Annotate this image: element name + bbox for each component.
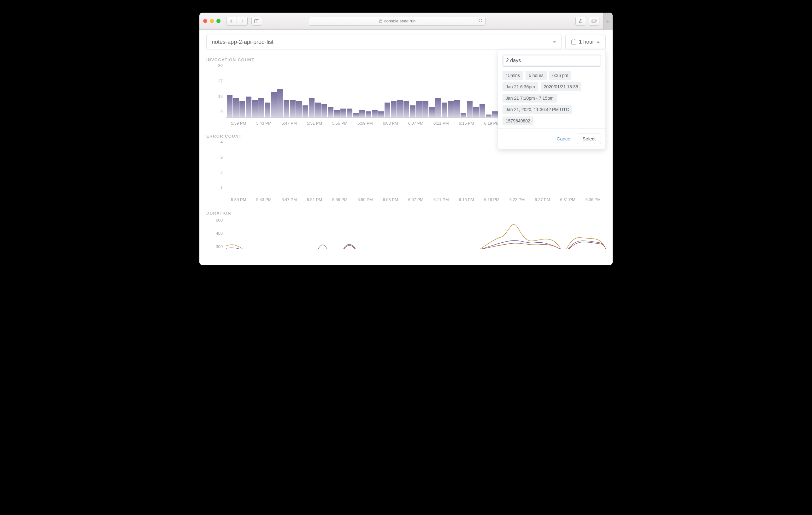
y-tick: 27: [218, 78, 223, 83]
traffic-lights: [203, 19, 221, 23]
bar: [410, 106, 415, 117]
new-tab-button[interactable]: [603, 12, 613, 30]
reload-button[interactable]: [478, 18, 483, 24]
bar: [258, 98, 264, 117]
maximize-window-icon[interactable]: [216, 19, 221, 23]
bar: [246, 96, 252, 117]
bar: [366, 111, 371, 117]
bar: [473, 107, 479, 117]
tabs-button[interactable]: [589, 17, 599, 26]
time-range-selector[interactable]: 1 hour: [565, 34, 606, 50]
timerange-chip[interactable]: 6:36 pm: [549, 71, 572, 80]
timerange-chip[interactable]: Jan 21 6:36pm: [502, 82, 538, 91]
timerange-popover: 15mins5 hours6:36 pmJan 21 6:36pm2020/01…: [498, 50, 606, 149]
error-chart: 4 3 2 1 5:39 PM5:43 PM5:47 PM5:51 PM5:55…: [206, 140, 606, 202]
reload-icon: [478, 18, 483, 23]
timerange-chip[interactable]: 15mins: [502, 71, 523, 80]
x-tick: 5:39 PM: [226, 121, 251, 125]
bar: [239, 101, 245, 117]
timerange-chip[interactable]: Jan 21 7:10pm - 7:15pm: [502, 94, 557, 103]
bar: [252, 100, 258, 117]
bar: [372, 110, 378, 117]
svg-rect-3: [592, 20, 595, 23]
duration-title: DURATION: [206, 211, 606, 216]
share-button[interactable]: [575, 17, 586, 26]
chevron-right-icon: [241, 19, 244, 23]
nav-buttons: [226, 17, 248, 26]
close-window-icon[interactable]: [203, 19, 207, 23]
bar: [315, 103, 321, 117]
cancel-button[interactable]: Cancel: [557, 136, 572, 141]
bar: [454, 100, 460, 117]
x-tick: 6:15 PM: [454, 121, 479, 125]
y-tick: 9: [221, 109, 223, 114]
x-tick: 6:23 PM: [504, 197, 530, 202]
y-tick: 450: [216, 231, 223, 236]
timerange-chip[interactable]: 1579649802: [502, 116, 533, 125]
y-tick: 18: [218, 94, 223, 98]
browser-window: console.seed.run notes-app-2-api-prod-li…: [199, 12, 613, 265]
svg-rect-2: [379, 21, 382, 23]
bar: [347, 109, 352, 117]
timerange-chip[interactable]: Jan 21, 2020, 11:36:42 PM UTC: [502, 105, 572, 114]
bar: [404, 101, 409, 117]
share-icon: [579, 19, 583, 23]
calendar-icon: [571, 40, 576, 45]
time-range-label: 1 hour: [579, 39, 594, 45]
bar: [480, 104, 485, 117]
error-yaxis: 4 3 2 1: [206, 140, 226, 202]
bar: [435, 98, 441, 117]
duration-yaxis: 600 450 300: [206, 218, 226, 249]
sidebar-toggle-button[interactable]: [252, 17, 262, 26]
select-button[interactable]: Select: [577, 133, 601, 144]
bar: [461, 113, 466, 117]
x-tick: 5:51 PM: [302, 197, 327, 202]
x-tick: 6:36 PM: [580, 197, 606, 202]
function-name: notes-app-2-api-prod-list: [212, 39, 273, 46]
back-button[interactable]: [226, 17, 237, 26]
page-content: notes-app-2-api-prod-list 1 hour INVOCAT…: [199, 30, 613, 265]
svg-rect-0: [255, 19, 259, 23]
duration-chart: 600 450 300: [206, 218, 606, 249]
y-tick: 600: [216, 218, 223, 223]
bar: [290, 100, 296, 117]
bar: [359, 110, 365, 117]
x-tick: 6:27 PM: [530, 197, 555, 202]
x-tick: 5:43 PM: [251, 121, 277, 125]
bar: [467, 101, 472, 117]
url-text: console.seed.run: [384, 19, 415, 23]
minimize-window-icon[interactable]: [210, 19, 214, 23]
bar: [334, 110, 340, 117]
x-tick: 5:39 PM: [226, 197, 251, 202]
function-selector[interactable]: notes-app-2-api-prod-list: [206, 34, 561, 50]
bar: [265, 103, 270, 117]
timerange-input[interactable]: [502, 55, 601, 66]
bar: [321, 104, 327, 117]
bar: [423, 101, 428, 117]
svg-rect-4: [593, 19, 596, 22]
bar: [391, 101, 397, 117]
filter-row: notes-app-2-api-prod-list 1 hour: [206, 34, 606, 50]
x-tick: 6:11 PM: [428, 121, 454, 125]
x-tick: 6:03 PM: [378, 121, 403, 125]
x-tick: 5:59 PM: [352, 197, 378, 202]
bar: [284, 100, 289, 117]
x-tick: 5:47 PM: [277, 197, 302, 202]
bar: [296, 101, 302, 117]
x-tick: 5:55 PM: [327, 121, 352, 125]
x-tick: 5:47 PM: [277, 121, 302, 125]
timerange-chip[interactable]: 2020/01/21 18:36: [541, 82, 581, 91]
bar: [353, 113, 359, 117]
bar: [233, 98, 239, 117]
y-tick: 300: [216, 244, 223, 249]
duration-plot: [226, 218, 606, 249]
address-bar[interactable]: console.seed.run: [309, 17, 486, 26]
forward-button[interactable]: [237, 17, 248, 26]
chevron-up-icon: [597, 41, 600, 43]
lock-icon: [379, 19, 382, 23]
x-tick: 6:31 PM: [555, 197, 580, 202]
bar: [486, 115, 492, 117]
y-tick: 3: [221, 154, 223, 160]
timerange-chip[interactable]: 5 hours: [526, 71, 547, 80]
plus-icon: [606, 19, 610, 23]
